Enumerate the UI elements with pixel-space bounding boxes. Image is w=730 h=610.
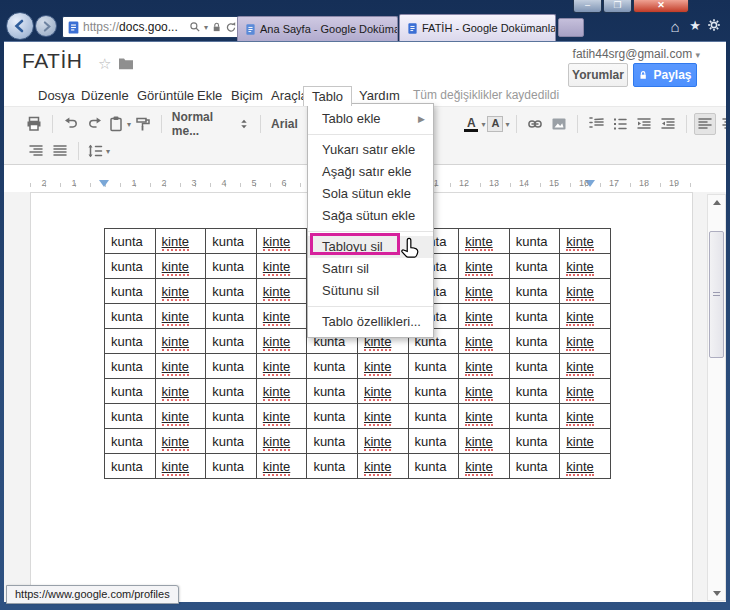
table-cell[interactable]: kinte	[155, 429, 206, 454]
table-cell[interactable]: kunta	[105, 354, 156, 379]
table-cell[interactable]: kinte	[459, 304, 510, 329]
table-cell[interactable]: kunta	[509, 354, 560, 379]
table-cell[interactable]: kinte	[256, 379, 307, 404]
table-cell[interactable]: kinte	[155, 454, 206, 479]
table-cell[interactable]: kinte	[256, 354, 307, 379]
image-button[interactable]	[548, 113, 570, 135]
table-cell[interactable]: kinte	[357, 379, 408, 404]
share-button[interactable]: Paylaş	[633, 63, 697, 87]
table-cell[interactable]: kunta	[509, 329, 560, 354]
table-cell[interactable]: kunta	[105, 404, 156, 429]
table-cell[interactable]: kinte	[459, 354, 510, 379]
window-maximize-button[interactable]: ❐	[603, 0, 632, 13]
table-cell[interactable]: kinte	[256, 254, 307, 279]
table-cell[interactable]: kunta	[307, 454, 358, 479]
table-cell[interactable]: kinte	[459, 254, 510, 279]
table-cell[interactable]: kunta	[509, 229, 560, 254]
table-cell[interactable]: kunta	[105, 254, 156, 279]
table-cell[interactable]: kunta	[408, 354, 459, 379]
table-cell[interactable]: kunta	[206, 454, 257, 479]
table-cell[interactable]: kinte	[155, 354, 206, 379]
align-center-button[interactable]	[718, 113, 726, 135]
menu-item-tablo-zellikleri[interactable]: Tablo özellikleri...	[308, 311, 433, 333]
table-cell[interactable]: kunta	[206, 304, 257, 329]
table-cell[interactable]: kinte	[155, 229, 206, 254]
table-cell[interactable]: kunta	[206, 354, 257, 379]
highlight-color-button[interactable]: A▾	[487, 113, 509, 135]
tools-gear-icon[interactable]	[705, 18, 723, 35]
font-selector[interactable]: Arial	[267, 113, 302, 135]
indent-button[interactable]	[657, 113, 679, 135]
home-icon[interactable]: ⌂	[666, 18, 684, 35]
table-cell[interactable]: kunta	[408, 379, 459, 404]
table-cell[interactable]: kunta	[105, 379, 156, 404]
undo-button[interactable]	[60, 113, 82, 135]
forward-button[interactable]	[35, 15, 57, 37]
table-cell[interactable]: kunta	[105, 329, 156, 354]
back-button[interactable]	[6, 12, 34, 40]
table-cell[interactable]: kunta	[509, 379, 560, 404]
paint-roller-button[interactable]	[132, 113, 154, 135]
table-cell[interactable]: kinte	[357, 429, 408, 454]
scroll-up-arrow[interactable]	[708, 195, 725, 209]
table-cell[interactable]: kunta	[206, 404, 257, 429]
address-url[interactable]: https://docs.goo...	[83, 20, 186, 34]
table-cell[interactable]: kinte	[155, 404, 206, 429]
table-cell[interactable]: kunta	[307, 429, 358, 454]
table-cell[interactable]: kinte	[256, 404, 307, 429]
address-bar[interactable]: https://docs.goo... ▾ ×	[62, 16, 252, 38]
redo-button[interactable]	[84, 113, 106, 135]
menu-item-yukar-sat-r-ekle[interactable]: Yukarı satır ekle	[308, 139, 433, 161]
table-cell[interactable]: kinte	[155, 304, 206, 329]
left-indent-marker[interactable]	[99, 180, 109, 187]
table-cell[interactable]: kunta	[509, 429, 560, 454]
document-title[interactable]: FATİH	[22, 49, 82, 73]
style-selector[interactable]: Normal me...	[168, 113, 254, 135]
table-cell[interactable]: kunta	[509, 454, 560, 479]
table-cell[interactable]: kunta	[105, 229, 156, 254]
menu-item-a-a-sat-r-ekle[interactable]: Aşağı satır ekle	[308, 161, 433, 183]
outdent-button[interactable]	[633, 113, 655, 135]
menu-tablo[interactable]: Tablo	[303, 86, 352, 106]
table-cell[interactable]: kinte	[560, 379, 611, 404]
window-close-button[interactable]: ✕	[633, 0, 689, 13]
list-bullet-button[interactable]	[609, 113, 631, 135]
table-cell[interactable]: kinte	[357, 354, 408, 379]
menu-düzenle[interactable]: Düzenle	[73, 86, 137, 106]
table-cell[interactable]: kinte	[560, 454, 611, 479]
table-cell[interactable]: kinte	[256, 429, 307, 454]
table-cell[interactable]: kunta	[509, 254, 560, 279]
table-cell[interactable]: kinte	[459, 229, 510, 254]
vertical-scrollbar[interactable]	[707, 194, 726, 601]
table-cell[interactable]: kunta	[509, 279, 560, 304]
star-document-icon[interactable]: ☆	[98, 55, 111, 73]
table-cell[interactable]: kunta	[105, 279, 156, 304]
text-color-button[interactable]: A▾	[463, 113, 485, 135]
table-cell[interactable]: kunta	[307, 379, 358, 404]
window-minimize-button[interactable]: –	[573, 0, 602, 13]
menu-item-sa-a-s-tun-ekle[interactable]: Sağa sütun ekle	[308, 205, 433, 227]
table-cell[interactable]: kunta	[105, 304, 156, 329]
link-button[interactable]	[524, 113, 546, 135]
table-cell[interactable]: kunta	[206, 329, 257, 354]
new-tab-button[interactable]	[558, 18, 584, 37]
table-cell[interactable]: kinte	[560, 354, 611, 379]
table-cell[interactable]: kinte	[560, 279, 611, 304]
table-cell[interactable]: kunta	[206, 379, 257, 404]
table-cell[interactable]: kunta	[206, 229, 257, 254]
table-cell[interactable]: kunta	[206, 254, 257, 279]
table-cell[interactable]: kinte	[560, 404, 611, 429]
table-cell[interactable]: kinte	[560, 229, 611, 254]
table-cell[interactable]: kunta	[509, 304, 560, 329]
table-cell[interactable]: kinte	[560, 329, 611, 354]
table-cell[interactable]: kinte	[155, 379, 206, 404]
table-cell[interactable]: kinte	[459, 454, 510, 479]
table-cell[interactable]: kinte	[155, 254, 206, 279]
align-left-button[interactable]	[694, 113, 716, 135]
comments-button[interactable]: Yorumlar	[568, 63, 628, 87]
printer-button[interactable]	[23, 113, 45, 135]
justify-button[interactable]	[49, 140, 71, 162]
table-cell[interactable]: kunta	[206, 279, 257, 304]
menu-item-s-tunu-sil[interactable]: Sütunu sil	[308, 280, 433, 302]
tab-fatih[interactable]: FATİH - Google Dokümanlar ×	[399, 14, 556, 41]
